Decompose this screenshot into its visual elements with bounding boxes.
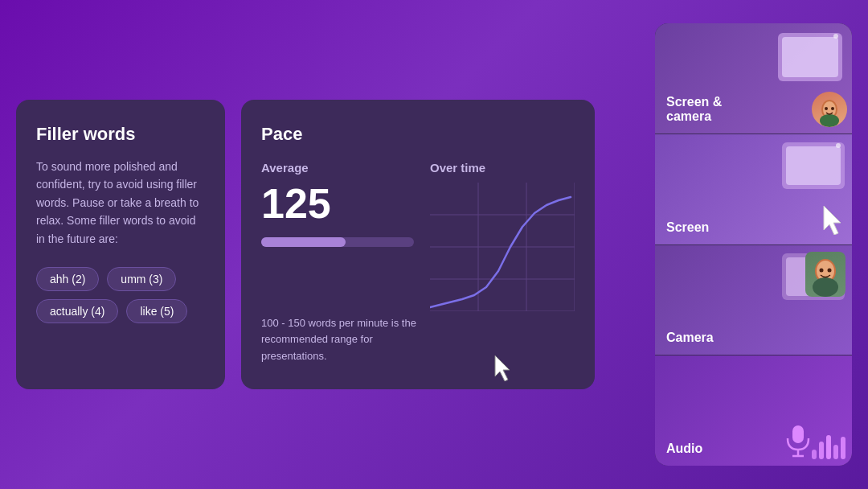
svg-point-24 bbox=[820, 268, 824, 272]
pace-bar-container bbox=[261, 237, 414, 247]
svg-point-9 bbox=[833, 34, 838, 39]
filler-tag-actually[interactable]: actually (4) bbox=[36, 299, 118, 323]
pace-average-section: Average 125 bbox=[261, 161, 414, 311]
pace-overtime-label: Over time bbox=[430, 161, 575, 175]
filler-tag-ahh[interactable]: ahh (2) bbox=[36, 267, 99, 291]
pace-number: 125 bbox=[261, 183, 414, 224]
pace-average-label: Average bbox=[261, 161, 414, 175]
filler-words-card: Filler words To sound more polished and … bbox=[16, 100, 225, 389]
screen-cursor-icon bbox=[820, 204, 845, 235]
panel-item-screen[interactable]: Screen bbox=[655, 134, 852, 245]
pace-title: Pace bbox=[261, 124, 575, 145]
panel-decoration-screen bbox=[755, 134, 852, 244]
filler-words-title: Filler words bbox=[36, 124, 205, 145]
panel-item-screen-camera[interactable]: Screen &camera bbox=[655, 23, 852, 134]
pace-chart bbox=[430, 183, 575, 311]
panel-decoration-audio bbox=[755, 355, 852, 466]
svg-point-23 bbox=[813, 277, 838, 297]
svg-rect-16 bbox=[786, 146, 841, 185]
cursor-icon bbox=[492, 354, 514, 381]
pace-card: Pace Average 125 Over time bbox=[241, 100, 595, 389]
filler-words-body: To sound more polished and confident, tr… bbox=[36, 158, 205, 248]
svg-point-14 bbox=[831, 107, 834, 110]
svg-rect-8 bbox=[782, 37, 838, 77]
panel-label-screen-camera: Screen &camera bbox=[666, 95, 722, 124]
filler-tag-umm[interactable]: umm (3) bbox=[107, 267, 176, 291]
microphone-icon bbox=[784, 424, 812, 458]
svg-point-17 bbox=[836, 143, 841, 148]
right-panel: Screen &camera Screen bbox=[655, 23, 852, 466]
svg-point-25 bbox=[828, 268, 832, 272]
filler-tags: ahh (2) umm (3) actually (4) like (5) bbox=[36, 267, 205, 323]
pace-description: 100 - 150 words per minute is the recomm… bbox=[261, 315, 422, 365]
filler-tag-like[interactable]: like (5) bbox=[126, 299, 187, 323]
panel-label-screen: Screen bbox=[666, 220, 709, 235]
svg-point-12 bbox=[820, 114, 839, 127]
panel-item-audio[interactable]: Audio bbox=[655, 355, 852, 466]
panel-decoration-screen-camera bbox=[755, 23, 852, 134]
svg-rect-26 bbox=[792, 425, 804, 443]
main-content: Filler words To sound more polished and … bbox=[16, 24, 639, 465]
pace-bar-fill bbox=[261, 237, 346, 247]
svg-point-13 bbox=[825, 107, 828, 110]
panel-label-camera: Camera bbox=[666, 331, 714, 345]
panel-decoration-camera bbox=[755, 245, 852, 355]
panel-item-camera[interactable]: Camera bbox=[655, 245, 852, 356]
panel-label-audio: Audio bbox=[666, 442, 702, 456]
pace-overtime-section: Over time bbox=[430, 161, 575, 311]
